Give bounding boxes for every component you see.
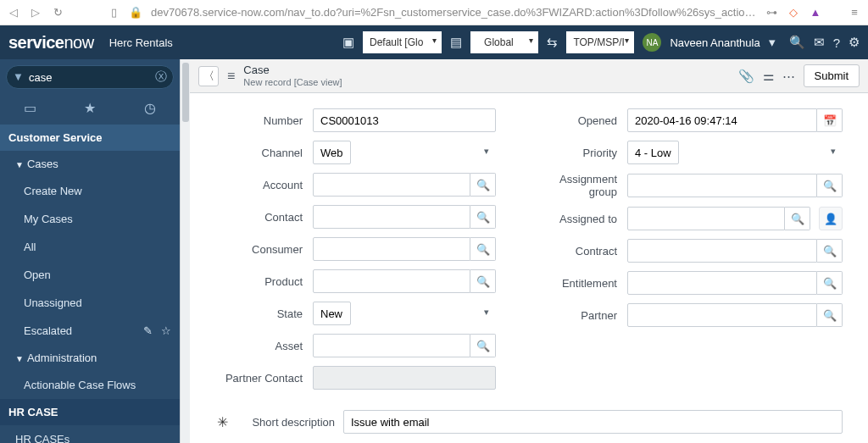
module-hr-case[interactable]: HR CASE — [0, 399, 180, 425]
section-administration[interactable]: ▼Administration — [0, 345, 180, 371]
label-account: Account — [215, 179, 313, 191]
label-partner: Partner — [530, 309, 627, 322]
nav-tabs: ▭ ★ ◷ — [0, 95, 180, 125]
opened-calendar-icon[interactable]: 📅 — [817, 108, 843, 132]
all-apps-icon[interactable]: ▭ — [24, 100, 36, 116]
nav-filter-input[interactable] — [6, 65, 174, 89]
nav-item-escalated[interactable]: Escalated ✎☆ — [0, 317, 180, 345]
app-picker[interactable]: TOP/MSP/I — [566, 31, 634, 53]
help-icon[interactable]: ? — [833, 36, 840, 50]
form-menu-icon[interactable]: ≡ — [227, 69, 235, 84]
global-search-icon[interactable]: 🔍 — [789, 35, 805, 50]
module-customer-service[interactable]: Customer Service — [0, 125, 180, 151]
chat-icon[interactable]: ✉ — [814, 35, 825, 50]
nav-scrollbar[interactable] — [180, 59, 190, 443]
label-contract: Contract — [530, 245, 627, 257]
browser-chrome: ◁ ▷ ↻ ▯ 🔒 dev70678.service-now.com/nav_t… — [0, 0, 868, 25]
edit-pencil-icon[interactable]: ✎ — [143, 324, 153, 337]
assign-to-me-icon[interactable]: 👤 — [819, 207, 843, 230]
channel-select[interactable]: Web — [313, 141, 351, 164]
consumer-field[interactable] — [313, 237, 470, 261]
nav-item-unassigned[interactable]: Unassigned — [0, 289, 180, 317]
key-icon[interactable]: ⊶ — [765, 6, 778, 19]
entitlement-field[interactable] — [627, 271, 817, 295]
product-lookup-icon[interactable]: 🔍 — [470, 269, 496, 293]
label-priority: Priority — [530, 147, 627, 159]
partner-field[interactable] — [627, 303, 817, 327]
personalize-icon[interactable]: ⚌ — [763, 69, 774, 84]
label-channel: Channel — [215, 147, 313, 159]
mandatory-indicator-icon: ✳ — [217, 415, 228, 429]
label-consumer: Consumer — [215, 243, 313, 256]
update-set-icon[interactable]: ▣ — [342, 35, 354, 50]
caret-down-icon: ▼ — [15, 160, 24, 169]
bookmark-icon[interactable]: ▯ — [107, 6, 120, 19]
favorites-icon[interactable]: ★ — [84, 100, 96, 116]
label-contact: Contact — [215, 211, 313, 224]
partner-lookup-icon[interactable]: 🔍 — [817, 303, 843, 327]
hierarchy-icon[interactable]: ⇆ — [547, 35, 558, 50]
history-icon[interactable]: ◷ — [144, 100, 156, 116]
number-field[interactable] — [313, 108, 496, 132]
account-field[interactable] — [313, 173, 470, 197]
app-scope-icon[interactable]: ▤ — [450, 35, 462, 50]
sn-banner: servicenow Herc Rentals ▣ Default [Glo ▤… — [0, 25, 868, 59]
form-title: Case — [243, 64, 342, 77]
label-product: Product — [215, 275, 313, 288]
label-assigned-to: Assigned to — [530, 213, 627, 225]
contract-field[interactable] — [627, 239, 817, 263]
account-lookup-icon[interactable]: 🔍 — [470, 173, 496, 197]
nav-item-my-cases[interactable]: My Cases — [0, 205, 180, 233]
assignment-group-field[interactable] — [627, 174, 817, 197]
back-button[interactable]: 〈 — [198, 66, 219, 86]
submit-button[interactable]: Submit — [804, 64, 860, 87]
settings-gear-icon[interactable]: ⚙ — [849, 35, 860, 50]
assigned-to-field[interactable] — [627, 207, 785, 230]
attachment-icon[interactable]: 📎 — [738, 69, 754, 84]
brave-rewards-icon[interactable]: ▲ — [809, 6, 822, 19]
brave-shield-icon[interactable]: ◇ — [787, 6, 800, 19]
assignment-group-lookup-icon[interactable]: 🔍 — [817, 174, 843, 197]
label-partner-contact: Partner Contact — [215, 372, 313, 385]
opened-field[interactable] — [627, 108, 817, 132]
url-bar[interactable]: dev70678.service-now.com/nav_to.do?uri=%… — [151, 6, 756, 19]
user-name[interactable]: Naveen Ananthula — [670, 36, 760, 49]
label-assignment-group: Assignment group — [530, 173, 627, 198]
entitlement-lookup-icon[interactable]: 🔍 — [817, 271, 843, 295]
browser-forward-icon[interactable]: ▷ — [29, 6, 42, 19]
nav-item-hr-cases[interactable]: HR CASEs — [0, 425, 180, 443]
contract-lookup-icon[interactable]: 🔍 — [817, 239, 843, 263]
browser-reload-icon[interactable]: ↻ — [51, 6, 64, 19]
user-menu-chevron-icon[interactable]: ▾ — [769, 35, 776, 50]
short-description-field[interactable] — [343, 410, 843, 434]
browser-back-icon[interactable]: ◁ — [7, 6, 20, 19]
avatar[interactable]: NA — [643, 33, 661, 52]
favorite-star-icon[interactable]: ☆ — [161, 324, 171, 337]
left-nav: ▼ ⓧ ▭ ★ ◷ Customer Service ▼Cases Create… — [0, 59, 180, 443]
caret-down-icon: ▼ — [15, 354, 24, 363]
product-field[interactable] — [313, 269, 470, 293]
contact-lookup-icon[interactable]: 🔍 — [470, 205, 496, 229]
consumer-lookup-icon[interactable]: 🔍 — [470, 237, 496, 261]
state-select[interactable]: New — [313, 302, 351, 325]
nav-item-actionable-case-flows[interactable]: Actionable Case Flows — [0, 371, 180, 399]
nav-item-open[interactable]: Open — [0, 261, 180, 289]
asset-field[interactable] — [313, 334, 470, 357]
label-state: State — [215, 307, 313, 320]
contact-field[interactable] — [313, 205, 470, 229]
nav-item-all[interactable]: All — [0, 233, 180, 261]
domain-picker[interactable]: Default [Glo — [363, 31, 442, 53]
label-entitlement: Entitlement — [530, 277, 627, 290]
more-actions-icon[interactable]: ⋯ — [782, 69, 795, 84]
scope-picker[interactable]: Global — [470, 31, 538, 53]
asset-lookup-icon[interactable]: 🔍 — [470, 334, 496, 357]
servicenow-logo[interactable]: servicenow — [8, 33, 94, 53]
section-cases[interactable]: ▼Cases — [0, 151, 180, 177]
clear-filter-icon[interactable]: ⓧ — [155, 69, 167, 85]
priority-select[interactable]: 4 - Low — [627, 141, 679, 164]
browser-menu-icon[interactable]: ≡ — [848, 6, 861, 19]
nav-item-create-new[interactable]: Create New — [0, 177, 180, 205]
instance-name: Herc Rentals — [109, 36, 173, 49]
label-opened: Opened — [530, 114, 627, 127]
assigned-to-lookup-icon[interactable]: 🔍 — [785, 207, 810, 230]
